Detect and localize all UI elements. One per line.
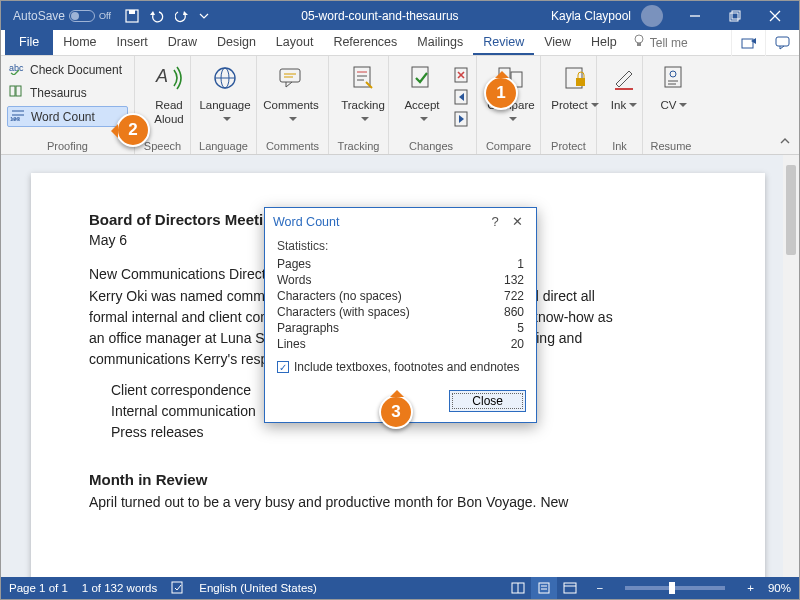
statistics-label: Statistics: <box>277 239 524 253</box>
close-button[interactable] <box>755 1 795 30</box>
tab-file[interactable]: File <box>5 30 53 55</box>
tab-layout[interactable]: Layout <box>266 30 324 55</box>
autosave-switch[interactable] <box>69 10 95 22</box>
protect-label: Protect <box>551 99 598 113</box>
zoom-out-button[interactable]: − <box>597 582 604 594</box>
zoom-slider[interactable] <box>625 586 725 590</box>
statistics-table: Pages1 Words132 Characters (no spaces)72… <box>277 256 524 352</box>
window-controls <box>675 1 795 30</box>
share-button[interactable] <box>731 30 765 56</box>
tab-design[interactable]: Design <box>207 30 266 55</box>
autosave-label: AutoSave <box>13 9 65 23</box>
tab-view[interactable]: View <box>534 30 581 55</box>
user-name[interactable]: Kayla Claypool <box>551 9 631 23</box>
group-language-label: Language <box>197 138 250 152</box>
check-document-button[interactable]: abc Check Document <box>7 60 128 79</box>
thesaurus-button[interactable]: Thesaurus <box>7 83 128 102</box>
ink-icon <box>611 64 637 96</box>
word-count-icon: 123 <box>10 108 26 125</box>
minimize-button[interactable] <box>675 1 715 30</box>
group-comments-label: Comments <box>263 138 322 152</box>
read-mode-button[interactable] <box>505 577 531 599</box>
group-compare-label: Compare <box>483 138 534 152</box>
dialog-close-button[interactable]: Close <box>449 390 526 412</box>
protect-icon <box>560 64 590 96</box>
callout-3: 3 <box>379 395 413 429</box>
read-aloud-button[interactable]: A Read Aloud <box>141 60 197 126</box>
stat-row-pages: Pages1 <box>277 256 524 272</box>
zoom-level[interactable]: 90% <box>768 582 791 594</box>
tracking-icon <box>348 64 378 96</box>
svg-rect-22 <box>280 69 300 82</box>
include-textboxes-checkbox[interactable]: ✓ Include textboxes, footnotes and endno… <box>277 360 524 374</box>
language-label: Language <box>199 99 250 127</box>
dialog-titlebar[interactable]: Word Count ? ✕ <box>265 208 536 235</box>
language-button[interactable]: Language <box>197 60 253 126</box>
comments-label: Comments <box>263 99 319 127</box>
ink-button[interactable]: Ink <box>603 60 645 113</box>
save-icon[interactable] <box>125 9 139 23</box>
redo-icon[interactable] <box>175 9 189 23</box>
callout-2: 2 <box>116 113 150 147</box>
svg-rect-3 <box>730 13 738 21</box>
comments-icon <box>276 64 306 96</box>
web-layout-button[interactable] <box>557 577 583 599</box>
group-tracking: Tracking Tracking <box>329 56 389 154</box>
avatar[interactable] <box>641 5 663 27</box>
svg-rect-12 <box>10 86 15 96</box>
tracking-button[interactable]: Tracking <box>335 60 391 126</box>
language-status[interactable]: English (United States) <box>199 582 317 594</box>
tabs-row: File Home Insert Draw Design Layout Refe… <box>1 30 799 56</box>
thesaurus-icon <box>9 84 25 101</box>
lightbulb-icon <box>633 34 645 51</box>
accept-button[interactable]: Accept <box>395 60 449 126</box>
vertical-scrollbar[interactable] <box>783 155 799 577</box>
reject-button[interactable] <box>453 66 473 84</box>
accept-icon <box>407 64 437 96</box>
tab-home[interactable]: Home <box>53 30 106 55</box>
autosave-toggle[interactable]: AutoSave Off <box>13 9 111 23</box>
print-layout-button[interactable] <box>531 577 557 599</box>
next-change-button[interactable] <box>453 110 473 128</box>
tell-me-label: Tell me <box>650 36 688 50</box>
svg-rect-1 <box>129 10 135 14</box>
word-count-label: Word Count <box>31 110 95 124</box>
tab-references[interactable]: References <box>323 30 407 55</box>
word-info[interactable]: 1 of 132 words <box>82 582 157 594</box>
tab-insert[interactable]: Insert <box>107 30 158 55</box>
page-info[interactable]: Page 1 of 1 <box>9 582 68 594</box>
svg-rect-9 <box>742 39 753 48</box>
previous-change-button[interactable] <box>453 88 473 106</box>
collapse-ribbon-button[interactable] <box>779 135 791 150</box>
group-language: Language Language <box>191 56 257 154</box>
protect-button[interactable]: Protect <box>547 60 603 113</box>
scrollbar-thumb[interactable] <box>786 165 796 255</box>
zoom-slider-thumb[interactable] <box>669 582 675 594</box>
quick-access-toolbar <box>125 9 209 23</box>
group-resume-label: Resume <box>649 138 693 152</box>
dialog-help-button[interactable]: ? <box>484 214 506 229</box>
document-title: 05-word-count-and-thesaurus <box>209 9 551 23</box>
tab-help[interactable]: Help <box>581 30 627 55</box>
view-buttons <box>505 577 583 599</box>
group-changes: Accept Changes <box>389 56 477 154</box>
proofing-status-icon[interactable] <box>171 580 185 596</box>
comments-button[interactable]: Comments <box>263 60 319 126</box>
group-protect-label: Protect <box>547 138 590 152</box>
cv-button[interactable]: CV <box>649 60 699 113</box>
undo-icon[interactable] <box>149 9 165 23</box>
tab-draw[interactable]: Draw <box>158 30 207 55</box>
tab-mailings[interactable]: Mailings <box>407 30 473 55</box>
svg-rect-38 <box>576 78 585 86</box>
svg-text:A: A <box>155 66 168 86</box>
qat-dropdown-icon[interactable] <box>199 11 209 21</box>
comments-pane-button[interactable] <box>765 30 799 56</box>
svg-rect-10 <box>776 37 789 46</box>
svg-rect-8 <box>637 43 641 46</box>
autosave-state: Off <box>99 11 111 21</box>
dialog-close-icon[interactable]: ✕ <box>506 214 528 229</box>
restore-button[interactable] <box>715 1 755 30</box>
tab-review[interactable]: Review <box>473 30 534 55</box>
zoom-in-button[interactable]: + <box>747 582 754 594</box>
tell-me-search[interactable]: Tell me <box>633 30 688 55</box>
